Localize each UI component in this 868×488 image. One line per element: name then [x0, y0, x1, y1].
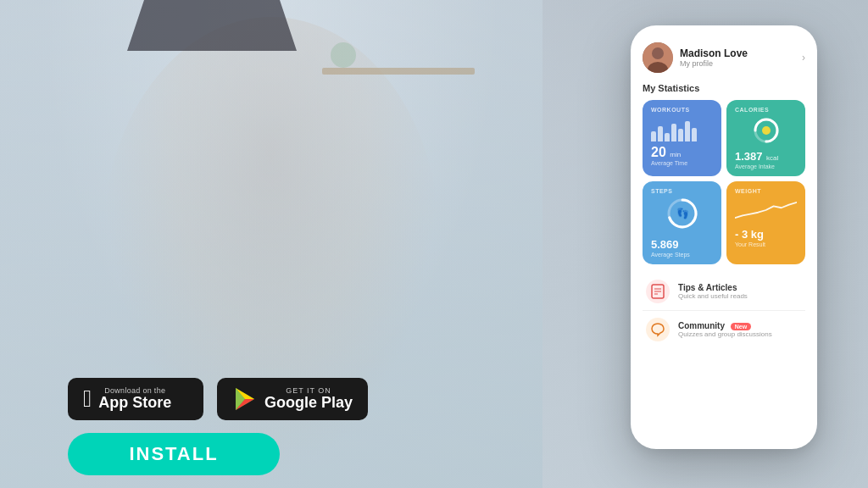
workouts-value: 20	[651, 145, 666, 159]
phone-mockup: Madison Love My profile › My Statistics …	[631, 25, 817, 449]
tips-menu-item[interactable]: Tips & Articles Quick and useful reads	[643, 273, 805, 311]
avatar	[643, 42, 673, 73]
tips-title: Tips & Articles	[678, 283, 748, 292]
stats-grid: WORKOUTS 20 min Average Time CALORIES	[643, 100, 805, 264]
community-menu-item[interactable]: Community New Quizzes and group discussi…	[643, 311, 805, 348]
steps-chart: 👣	[666, 197, 698, 230]
steps-value: 5.869	[651, 238, 679, 251]
workouts-unit: min	[670, 151, 681, 158]
calories-label: CALORIES	[735, 107, 797, 113]
workouts-desc: Average Time	[651, 160, 713, 166]
workouts-chart	[651, 116, 713, 141]
weight-desc: Your Result	[735, 241, 797, 247]
community-subtitle: Quizzes and group discussions	[678, 330, 772, 338]
profile-subtitle: My profile	[680, 59, 748, 68]
profile-name: Madison Love	[680, 47, 748, 59]
apple-icon: 	[83, 387, 92, 411]
calories-chart	[752, 116, 781, 145]
steps-card: STEPS 👣 5.869 Average Steps	[643, 181, 721, 264]
calories-card: CALORIES 1.387 kcal Average Intake	[726, 100, 805, 176]
steps-desc: Average Steps	[651, 252, 713, 258]
steps-label: STEPS	[651, 188, 713, 194]
kitchen-hood	[127, 0, 297, 51]
app-store-button[interactable]:  Download on the App Store	[68, 378, 203, 420]
svg-point-5	[652, 47, 664, 59]
google-play-button[interactable]: GET IT ON Google Play	[217, 378, 368, 420]
svg-point-9	[762, 126, 771, 135]
new-badge: New	[731, 323, 751, 330]
calories-unit: kcal	[766, 154, 778, 162]
workouts-card: WORKOUTS 20 min Average Time	[643, 100, 721, 176]
weight-value: - 3 kg	[735, 228, 764, 241]
weight-card: WEIGHT - 3 kg Your Result	[726, 181, 805, 264]
install-button[interactable]: INSTALL	[68, 433, 280, 475]
store-buttons:  Download on the App Store GET IT ON Go…	[68, 378, 368, 420]
google-play-big-text: Google Play	[264, 395, 353, 412]
tips-icon	[646, 280, 670, 303]
app-store-big-text: App Store	[98, 395, 171, 412]
community-title: Community New	[678, 321, 772, 330]
stats-title: My Statistics	[643, 83, 805, 93]
weight-chart	[735, 197, 797, 223]
svg-text:👣: 👣	[676, 207, 688, 219]
menu-list: Tips & Articles Quick and useful reads C…	[643, 273, 805, 348]
calories-desc: Average Intake	[735, 164, 797, 169]
profile-section[interactable]: Madison Love My profile ›	[643, 42, 805, 73]
google-play-icon	[232, 386, 258, 412]
kitchen-shelf	[322, 68, 475, 75]
calories-value: 1.387	[735, 150, 763, 163]
workouts-label: WORKOUTS	[651, 107, 713, 113]
community-icon	[646, 318, 670, 341]
tips-subtitle: Quick and useful reads	[678, 292, 748, 300]
chevron-right-icon: ›	[802, 52, 805, 64]
weight-label: WEIGHT	[735, 188, 797, 194]
